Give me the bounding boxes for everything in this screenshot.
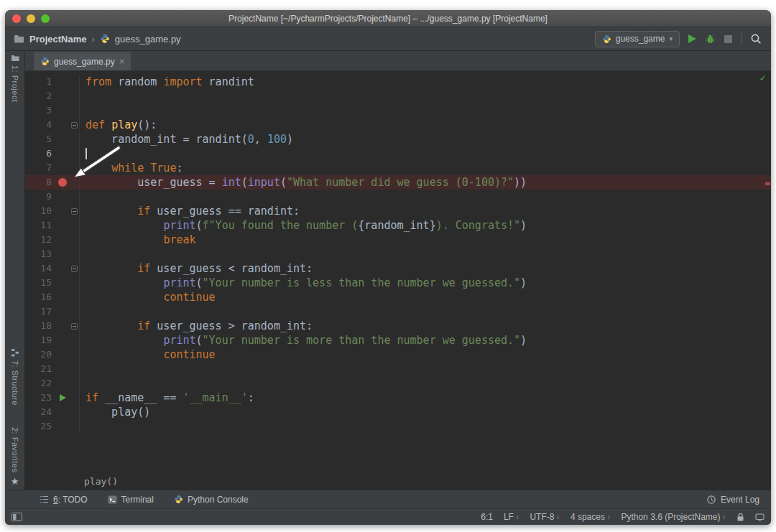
code-line[interactable]: 17	[25, 304, 771, 319]
breadcrumb-project[interactable]: ProjectName	[29, 34, 86, 45]
line-number[interactable]: 2	[25, 89, 55, 103]
breakpoint-dot[interactable]	[55, 175, 70, 190]
code-editor[interactable]: 1from random import randint234def play()…	[25, 71, 771, 473]
minimize-window-button[interactable]	[27, 14, 35, 23]
line-number[interactable]: 15	[25, 276, 55, 290]
lock-icon[interactable]	[736, 513, 744, 522]
line-number[interactable]: 5	[25, 132, 55, 146]
encoding-widget[interactable]: UTF-8↕	[530, 512, 560, 522]
stop-button[interactable]	[724, 35, 732, 43]
line-number[interactable]: 3	[25, 103, 55, 118]
code-token: )	[520, 219, 527, 232]
line-number[interactable]: 20	[25, 347, 55, 362]
code-line[interactable]: 7 while True:	[25, 161, 771, 175]
code-line[interactable]: 24 play()	[25, 405, 771, 419]
run-configuration-select[interactable]: guess_game ▾	[595, 31, 680, 47]
title-bar[interactable]: ProjectName [~/PycharmProjects/ProjectNa…	[5, 10, 771, 27]
editor-column: guess_game.py × 1from random import rand…	[25, 51, 771, 490]
fold-marker[interactable]	[70, 261, 80, 276]
debug-button[interactable]	[705, 34, 716, 45]
code-line[interactable]: 6	[25, 146, 771, 161]
search-icon[interactable]	[750, 33, 762, 45]
line-number[interactable]: 19	[25, 333, 55, 347]
code-line[interactable]: 4def play():	[25, 118, 771, 132]
line-number[interactable]: 12	[25, 233, 55, 247]
interpreter-widget[interactable]: Python 3.6 (ProjectName)↕	[621, 512, 726, 522]
maximize-window-button[interactable]	[41, 14, 50, 23]
line-number[interactable]: 14	[25, 261, 55, 276]
code-line[interactable]: 9	[25, 190, 771, 204]
line-number[interactable]: 9	[25, 190, 55, 204]
code-line[interactable]: 13	[25, 247, 771, 261]
context-breadcrumb[interactable]: play()	[84, 476, 118, 487]
gutter-space	[55, 247, 70, 261]
code-line[interactable]: 2	[25, 89, 771, 103]
tool-window-button-structure[interactable]: 7: Structure	[11, 348, 19, 406]
close-window-button[interactable]	[12, 14, 21, 23]
code-line[interactable]: 15 print("Your number is less than the n…	[25, 276, 771, 290]
editor-tab[interactable]: guess_game.py ×	[34, 52, 131, 70]
code-token: print	[163, 276, 195, 289]
indent-widget[interactable]: 4 spaces↕	[571, 512, 611, 522]
line-number[interactable]: 21	[25, 362, 55, 376]
line-number[interactable]: 24	[25, 405, 55, 419]
code-line[interactable]: 8 user_guess = int(input("What number di…	[25, 175, 771, 190]
gutter-space	[55, 376, 70, 391]
close-tab-icon[interactable]: ×	[119, 57, 125, 66]
line-number[interactable]: 10	[25, 204, 55, 218]
code-line[interactable]: 18 if user_guess > random_int:	[25, 319, 771, 333]
run-gutter-icon[interactable]	[55, 391, 70, 405]
code-line[interactable]: 5 random_int = randint(0, 100)	[25, 132, 771, 146]
python-console-tool-button[interactable]: Python Console	[174, 495, 249, 505]
code-line[interactable]: 1from random import randint	[25, 75, 771, 89]
code-line[interactable]: 3	[25, 103, 771, 118]
code-line[interactable]: 22	[25, 376, 771, 391]
code-line[interactable]: 14 if user_guess < random_int:	[25, 261, 771, 276]
code-line[interactable]: 12 break	[25, 233, 771, 247]
line-number[interactable]: 22	[25, 376, 55, 391]
code-line[interactable]: 19 print("Your number is more than the n…	[25, 333, 771, 347]
event-log-button[interactable]: Event Log	[706, 495, 759, 505]
terminal-tool-button[interactable]: Terminal	[108, 495, 154, 505]
code-line[interactable]: 16 continue	[25, 290, 771, 304]
line-number[interactable]: 23	[25, 391, 55, 405]
code-line[interactable]: 21	[25, 362, 771, 376]
caret-position-widget[interactable]: 6:1	[481, 512, 493, 522]
highlighting-level-icon[interactable]	[755, 513, 765, 522]
favorites-star-icon[interactable]: ★	[11, 477, 19, 487]
line-ending-widget[interactable]: LF↕	[504, 512, 519, 522]
code-line[interactable]: 11 print(f"You found the number ({random…	[25, 218, 771, 233]
code-line[interactable]: 10 if user_guess == randint:	[25, 204, 771, 218]
todo-tool-button[interactable]: 6: TODO	[40, 495, 88, 505]
fold-marker[interactable]	[70, 118, 80, 132]
fold-marker[interactable]	[70, 204, 80, 218]
line-number[interactable]: 4	[25, 118, 55, 132]
code-line[interactable]: 25	[25, 419, 771, 434]
chevron-down-icon: ▾	[669, 35, 673, 42]
fold-marker[interactable]	[70, 319, 80, 333]
code-line[interactable]: 23if __name__ == '__main__':	[25, 391, 771, 405]
tool-window-button-project[interactable]: 1: Project	[11, 55, 19, 102]
line-number[interactable]: 1	[25, 75, 55, 89]
line-number[interactable]: 25	[25, 419, 55, 434]
run-button[interactable]	[688, 34, 696, 43]
code-token: True	[150, 162, 176, 174]
line-number[interactable]: 16	[25, 290, 55, 304]
line-number[interactable]: 18	[25, 319, 55, 333]
breadcrumb-file[interactable]: guess_game.py	[115, 34, 181, 45]
line-number[interactable]: 11	[25, 218, 55, 233]
line-number[interactable]: 17	[25, 304, 55, 319]
tool-window-toggle-icon[interactable]	[11, 513, 22, 521]
code-token: __name__ ==	[98, 391, 183, 404]
inspection-ok-icon[interactable]: ✓	[760, 72, 766, 83]
todo-label: 6: TODO	[53, 495, 88, 505]
tool-window-button-favorites[interactable]: 2: Favorites	[11, 427, 19, 472]
gutter-space	[55, 333, 70, 347]
error-stripe-mark[interactable]	[765, 182, 770, 185]
code-token: ():	[137, 118, 157, 131]
line-number[interactable]: 7	[25, 161, 55, 175]
line-number[interactable]: 8	[25, 175, 55, 190]
line-number[interactable]: 13	[25, 247, 55, 261]
code-line[interactable]: 20 continue	[25, 347, 771, 362]
line-number[interactable]: 6	[25, 146, 55, 161]
